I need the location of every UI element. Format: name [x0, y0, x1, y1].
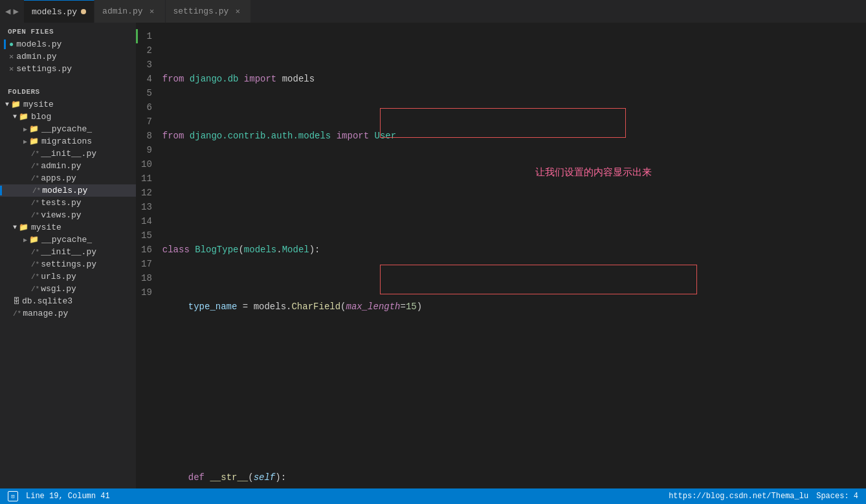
folder-icon-pycache2: 📁 [29, 235, 39, 245]
file-admin-blog[interactable]: /* admin.py [0, 160, 136, 172]
code-line-5: type_name = models.CharField(max_length=… [160, 300, 866, 314]
status-bar: ⊡ Line 19, Column 41 https://blog.csdn.n… [0, 488, 866, 504]
file-dot-manage: /* [13, 310, 21, 318]
terminal-icon: ⊡ [8, 491, 18, 501]
code-line-1: from django.db import models [160, 72, 866, 86]
circle-icon: ● [9, 40, 14, 49]
tab-models-py-label: models.py [32, 7, 77, 17]
nav-left-icon[interactable]: ◀ [5, 6, 10, 17]
file-dot-tests: /* [31, 199, 39, 207]
folder-blog[interactable]: ▼ 📁 blog [0, 111, 136, 123]
tab-settings-py-label: settings.py [173, 6, 229, 16]
chevron-right-icon-migrations: ▶ [23, 138, 27, 146]
tab-models-py[interactable]: models.py [24, 0, 94, 23]
folder-icon-pycache: 📁 [29, 124, 39, 134]
active-line-indicator [136, 29, 138, 43]
file-wsgi-mysite[interactable]: /* wsgi.py [0, 283, 136, 295]
open-file-models-py[interactable]: ● models.py [0, 38, 136, 50]
spaces-indicator: Spaces: 4 [816, 492, 858, 501]
folder-icon-mysite: 📁 [11, 100, 21, 109]
folder-migrations[interactable]: ▶ 📁 migrations [0, 135, 136, 148]
open-file-admin-py[interactable]: ✕ admin.py [0, 50, 136, 63]
tab-settings-close[interactable]: ✕ [232, 6, 243, 17]
tab-nav-arrows[interactable]: ◀ ▶ [0, 6, 24, 17]
file-models-blog[interactable]: /* models.py [0, 184, 136, 197]
file-views-blog[interactable]: /* views.py [0, 209, 136, 221]
status-left: ⊡ Line 19, Column 41 [8, 491, 110, 501]
folder-pycache-mysite[interactable]: ▶ 📁 __pycache_ [0, 234, 136, 246]
chevron-down-icon-mysite-sub: ▼ [13, 224, 17, 231]
code-line-6 [160, 356, 866, 371]
file-urls-mysite[interactable]: /* urls.py [0, 270, 136, 283]
file-dot-models: /* [32, 187, 41, 195]
code-line-4: class BlogType(models.Model): [160, 243, 866, 257]
sidebar: OPEN FILES ● models.py ✕ admin.py ✕ sett… [0, 23, 136, 488]
cursor-position: Line 19, Column 41 [26, 492, 110, 501]
folder-icon-mysite-sub: 📁 [19, 223, 28, 232]
code-line-2: from django.contrib.auth.models import U… [160, 129, 866, 143]
chevron-right-icon-pycache: ▶ [23, 126, 27, 133]
tab-modified-dot [81, 9, 86, 14]
tab-settings-py[interactable]: settings.py ✕ [166, 0, 252, 23]
file-manage[interactable]: /* manage.py [0, 307, 136, 320]
folder-mysite-root[interactable]: ▼ 📁 mysite [0, 98, 136, 111]
file-dot-wsgi: /* [31, 285, 39, 293]
chevron-down-icon-blog: ▼ [13, 113, 17, 120]
file-db-sqlite3[interactable]: 🗄 db.sqlite3 [0, 295, 136, 307]
status-url: https://blog.csdn.net/Thema_lu [669, 492, 808, 501]
tab-bar: ◀ ▶ models.py admin.py ✕ settings.py ✕ [0, 0, 866, 23]
tab-admin-close[interactable]: ✕ [147, 6, 157, 17]
file-dot-admin: /* [31, 162, 39, 170]
chevron-down-icon: ▼ [5, 101, 9, 108]
file-dot-urls: /* [31, 273, 39, 281]
folder-icon-blog: 📁 [19, 112, 28, 122]
open-files-title: OPEN FILES [0, 23, 136, 38]
file-init-blog[interactable]: /* __init__.py [0, 148, 136, 160]
file-dot-init2: /* [31, 248, 39, 256]
chevron-right-icon-pycache2: ▶ [23, 236, 27, 244]
nav-right-icon[interactable]: ▶ [13, 6, 18, 17]
code-content[interactable]: from django.db import models from django… [160, 23, 866, 488]
tab-admin-py-label: admin.py [102, 6, 142, 16]
file-dot-settings: /* [31, 261, 39, 268]
db-icon: 🗄 [13, 297, 20, 305]
file-dot-apps: /* [31, 175, 39, 182]
status-right: https://blog.csdn.net/Thema_lu Spaces: 4 [669, 492, 858, 501]
main-area: OPEN FILES ● models.py ✕ admin.py ✕ sett… [0, 23, 866, 488]
close-icon-settings[interactable]: ✕ [9, 64, 14, 74]
file-settings-mysite[interactable]: /* settings.py [0, 258, 136, 270]
line-numbers: 1 2 3 4 5 6 7 8 9 10 11 12 13 14 15 16 1… [136, 23, 160, 488]
file-dot-views: /* [31, 212, 39, 219]
cn-annotation: 让我们设置的内容显示出来 [535, 165, 652, 179]
close-icon-admin[interactable]: ✕ [9, 52, 14, 61]
folder-pycache-blog[interactable]: ▶ 📁 __pycache_ [0, 123, 136, 135]
folders-title: FOLDERS [0, 83, 136, 98]
file-dot-init: /* [31, 150, 39, 158]
file-init-mysite[interactable]: /* __init__.py [0, 246, 136, 258]
tab-admin-py[interactable]: admin.py ✕ [94, 0, 165, 23]
code-line-7: def __str__(self): [160, 470, 866, 485]
open-file-settings-py[interactable]: ✕ settings.py [0, 63, 136, 75]
file-apps-blog[interactable]: /* apps.py [0, 172, 136, 184]
code-line-3 [160, 186, 866, 200]
folder-icon-migrations: 📁 [29, 137, 39, 146]
editor[interactable]: 1 2 3 4 5 6 7 8 9 10 11 12 13 14 15 16 1… [136, 23, 866, 488]
folder-mysite-sub[interactable]: ▼ 📁 mysite [0, 221, 136, 234]
file-tests-blog[interactable]: /* tests.py [0, 197, 136, 209]
highlight-box-2 [380, 265, 697, 294]
